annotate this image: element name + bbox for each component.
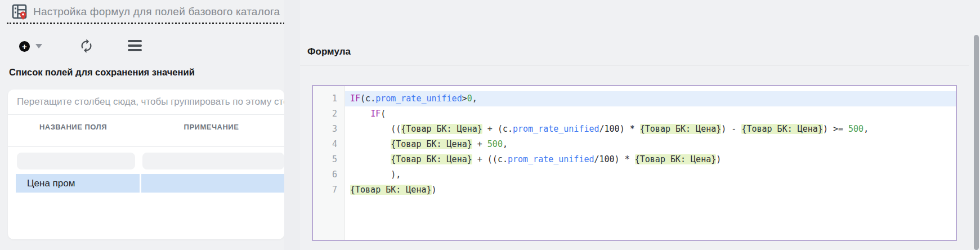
code-token: {Товар БК: Цена} bbox=[391, 154, 472, 164]
code-token: {Товар БК: Цена} bbox=[391, 139, 472, 149]
code-token: ) >= bbox=[823, 124, 848, 134]
code-token: ), bbox=[350, 169, 401, 180]
group-by-dropzone[interactable]: Перетащите столбец сюда, чтобы группиров… bbox=[8, 90, 284, 115]
code-line[interactable]: (({Товар БК: Цена} + (c.prom_rate_unifie… bbox=[345, 122, 956, 137]
code-token: (( bbox=[350, 124, 401, 134]
table-row[interactable]: Цена пром bbox=[16, 174, 284, 193]
column-header-note[interactable]: ПРИМЕЧАНИЕ bbox=[138, 123, 284, 146]
menu-button[interactable] bbox=[128, 40, 142, 53]
code-token: /100) * bbox=[594, 154, 635, 164]
formula-editor[interactable]: 1234567 IF(c.prom_rate_unified>0, IF( ((… bbox=[312, 85, 957, 241]
code-token: + (c bbox=[482, 124, 508, 134]
code-line[interactable]: IF( bbox=[345, 106, 956, 122]
code-token: prom_rate_unified bbox=[513, 124, 599, 134]
code-line[interactable]: {Товар БК: Цена}) bbox=[345, 182, 956, 198]
refresh-button[interactable] bbox=[79, 38, 94, 53]
vertical-scrollbar-thumb[interactable] bbox=[974, 35, 979, 250]
code-token: ) bbox=[716, 154, 721, 164]
column-header-name[interactable]: НАЗВАНИЕ ПОЛЯ bbox=[8, 123, 138, 146]
code-token: + bbox=[472, 139, 487, 149]
code-token: 500 bbox=[848, 124, 863, 134]
filter-note-input[interactable] bbox=[142, 153, 284, 169]
code-token: . bbox=[503, 154, 508, 164]
gutter: 1234567 bbox=[313, 86, 345, 240]
code-token: + ((c bbox=[472, 154, 503, 164]
list-toolbar: + bbox=[19, 37, 42, 55]
line-number: 3 bbox=[313, 122, 337, 137]
table-body: Цена пром bbox=[8, 174, 284, 193]
fields-section-title: Список полей для сохранения значений bbox=[9, 67, 195, 78]
code-token: ) - bbox=[721, 124, 741, 134]
header-dotted-divider bbox=[7, 23, 292, 24]
code-token: prom_rate_unified bbox=[375, 93, 462, 104]
code-line[interactable]: {Товар БК: Цена} + 500, bbox=[345, 137, 956, 152]
filter-name-input[interactable] bbox=[17, 153, 135, 169]
code-token: IF bbox=[370, 109, 381, 119]
table-header-row: НАЗВАНИЕ ПОЛЯ ПРИМЕЧАНИЕ bbox=[8, 115, 284, 147]
code-token: {Товар БК: Цена} bbox=[350, 185, 432, 195]
code-token: . bbox=[370, 93, 375, 104]
code-lines[interactable]: IF(c.prom_rate_unified>0, IF( (({Товар Б… bbox=[345, 86, 956, 240]
line-number: 7 bbox=[313, 182, 337, 198]
code-token: {Товар БК: Цена} bbox=[635, 154, 717, 164]
fields-table-card: Перетащите столбец сюда, чтобы группиров… bbox=[8, 90, 284, 239]
line-number: 2 bbox=[313, 106, 337, 122]
code-token: {Товар БК: Цена} bbox=[741, 124, 823, 134]
code-token: ( bbox=[381, 109, 386, 119]
code-token bbox=[350, 109, 370, 119]
page-title: Настройка формул для полей базового ката… bbox=[33, 6, 280, 18]
menu-icon bbox=[128, 40, 142, 42]
window-header: Настройка формул для полей базового ката… bbox=[11, 3, 280, 21]
line-number: 5 bbox=[313, 152, 337, 167]
formula-panel-divider bbox=[300, 65, 969, 66]
code-token: 500 bbox=[487, 139, 503, 149]
menu-icon bbox=[128, 49, 142, 51]
code-token bbox=[350, 139, 391, 149]
catalog-table-pin-icon bbox=[11, 3, 28, 21]
line-number: 1 bbox=[313, 91, 337, 106]
code-token bbox=[350, 154, 391, 164]
code-token: > bbox=[462, 93, 467, 104]
code-token: . bbox=[508, 124, 513, 134]
code-token: {Товар БК: Цена} bbox=[640, 124, 722, 134]
code-token: , bbox=[503, 139, 508, 149]
code-token: /100) * bbox=[599, 124, 640, 134]
table-cell[interactable] bbox=[141, 174, 284, 193]
line-number: 6 bbox=[313, 167, 337, 182]
code-line[interactable]: ), bbox=[345, 167, 956, 182]
line-number: 4 bbox=[313, 137, 337, 152]
code-token: 0 bbox=[467, 93, 472, 104]
filter-row bbox=[8, 147, 284, 169]
code-token: IF bbox=[350, 93, 360, 104]
table-cell[interactable]: Цена пром bbox=[16, 174, 140, 193]
app-root: Настройка формул для полей базового ката… bbox=[0, 0, 980, 250]
add-field-button[interactable]: + bbox=[19, 41, 42, 52]
code-line[interactable]: {Товар БК: Цена} + ((c.prom_rate_unified… bbox=[345, 152, 956, 167]
code-token: , bbox=[472, 93, 477, 104]
menu-icon bbox=[128, 44, 142, 47]
chevron-down-icon[interactable] bbox=[35, 44, 42, 48]
panel-splitter[interactable] bbox=[284, 0, 300, 250]
code-token: , bbox=[863, 124, 869, 134]
formula-panel-title: Формула bbox=[307, 46, 351, 57]
code-token: ) bbox=[432, 185, 437, 195]
code-token: (c bbox=[360, 93, 370, 104]
plus-icon[interactable]: + bbox=[19, 41, 30, 52]
code-token: prom_rate_unified bbox=[508, 154, 594, 164]
code-line[interactable]: IF(c.prom_rate_unified>0, bbox=[345, 91, 956, 106]
code-token: {Товар БК: Цена} bbox=[401, 124, 482, 134]
